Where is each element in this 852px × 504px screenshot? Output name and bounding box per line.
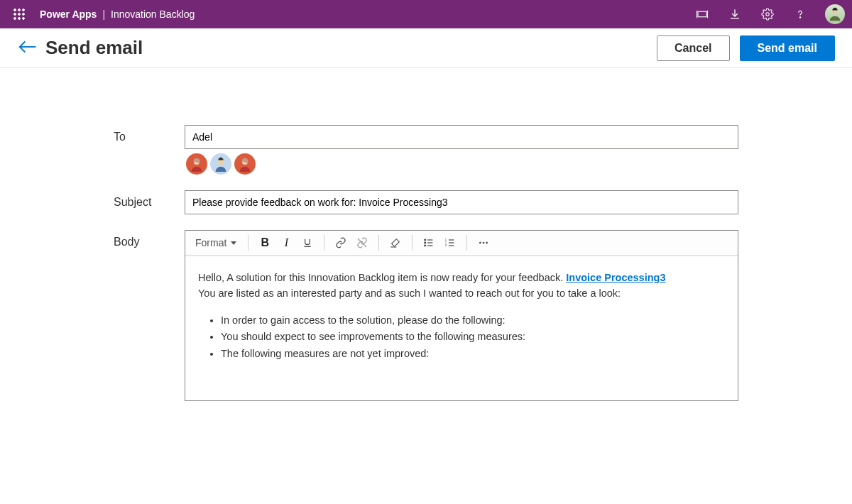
svg-point-4 xyxy=(18,13,21,16)
recipient-avatar[interactable] xyxy=(186,153,207,175)
svg-point-1 xyxy=(18,9,21,11)
recipient-avatars xyxy=(185,153,738,175)
svg-point-8 xyxy=(23,18,25,20)
body-bullet-item: In order to gain access to the solution,… xyxy=(221,313,725,329)
svg-point-19 xyxy=(218,159,224,165)
send-email-button[interactable]: Send email xyxy=(740,35,835,61)
svg-text:3: 3 xyxy=(445,243,447,247)
svg-point-36 xyxy=(480,242,481,243)
clear-format-button[interactable] xyxy=(385,232,406,253)
subject-row: Subject xyxy=(114,190,738,214)
body-row: Body Format B I xyxy=(114,230,738,401)
svg-point-14 xyxy=(766,13,770,16)
unlink-button[interactable] xyxy=(351,232,373,253)
rich-text-editor: Format B I xyxy=(185,230,738,401)
format-dropdown[interactable]: Format xyxy=(191,234,239,251)
fit-screen-icon[interactable] xyxy=(690,0,714,28)
user-avatar[interactable] xyxy=(825,4,845,24)
svg-rect-9 xyxy=(698,11,706,17)
to-input[interactable] xyxy=(185,125,738,149)
svg-point-28 xyxy=(425,245,426,246)
to-label: To xyxy=(114,125,185,143)
app-launcher-icon[interactable] xyxy=(7,0,31,28)
page-title: Send email xyxy=(45,37,143,59)
editor-content[interactable]: Hello, A solution for this Innovation Ba… xyxy=(185,256,738,400)
svg-point-2 xyxy=(23,9,25,11)
invoice-link[interactable]: Invoice Processing3 xyxy=(566,272,665,283)
body-bullet-list: In order to gain access to the solution,… xyxy=(221,313,725,362)
more-options-button[interactable] xyxy=(473,232,494,253)
help-icon[interactable] xyxy=(788,0,812,28)
svg-point-3 xyxy=(14,13,16,16)
body-bullet-item: You should expect to see improvements to… xyxy=(221,329,725,345)
underline-button[interactable] xyxy=(297,232,318,253)
svg-point-7 xyxy=(18,18,21,20)
back-button[interactable] xyxy=(17,38,45,57)
subject-label: Subject xyxy=(114,190,185,209)
body-intro-text: Hello, A solution for this Innovation Ba… xyxy=(198,272,566,283)
body-bullet-item: The following measures are not yet impro… xyxy=(221,346,725,362)
brand-separator: | xyxy=(102,9,105,20)
settings-icon[interactable] xyxy=(755,0,780,28)
link-button[interactable] xyxy=(330,232,351,253)
app-topbar: Power Apps | Innovation Backlog xyxy=(0,0,852,28)
to-row: To xyxy=(114,125,738,175)
brand-block: Power Apps | Innovation Backlog xyxy=(40,9,195,20)
svg-point-26 xyxy=(425,242,426,243)
bold-button[interactable]: B xyxy=(254,232,275,253)
product-name: Power Apps xyxy=(40,9,97,20)
italic-button[interactable]: I xyxy=(275,232,297,253)
page-header: Send email Cancel Send email xyxy=(0,28,852,68)
app-name: Innovation Backlog xyxy=(111,9,195,20)
subject-input[interactable] xyxy=(185,190,738,214)
editor-toolbar: Format B I xyxy=(185,231,738,256)
svg-point-37 xyxy=(483,242,484,243)
body-line-2: You are listed as an interested party an… xyxy=(198,286,725,302)
cancel-button[interactable]: Cancel xyxy=(657,35,729,61)
body-label: Body xyxy=(114,230,185,248)
svg-point-24 xyxy=(425,239,426,241)
svg-point-5 xyxy=(23,13,25,16)
recipient-avatar[interactable] xyxy=(210,153,231,175)
bullet-list-button[interactable] xyxy=(418,232,439,253)
svg-point-6 xyxy=(14,18,16,20)
svg-point-38 xyxy=(486,242,488,243)
recipient-avatar[interactable] xyxy=(234,153,256,175)
number-list-button[interactable]: 123 xyxy=(439,232,461,253)
svg-point-15 xyxy=(799,17,800,18)
svg-point-0 xyxy=(14,9,16,11)
download-icon[interactable] xyxy=(723,0,747,28)
email-form: To Subject Body Format xyxy=(106,125,746,401)
